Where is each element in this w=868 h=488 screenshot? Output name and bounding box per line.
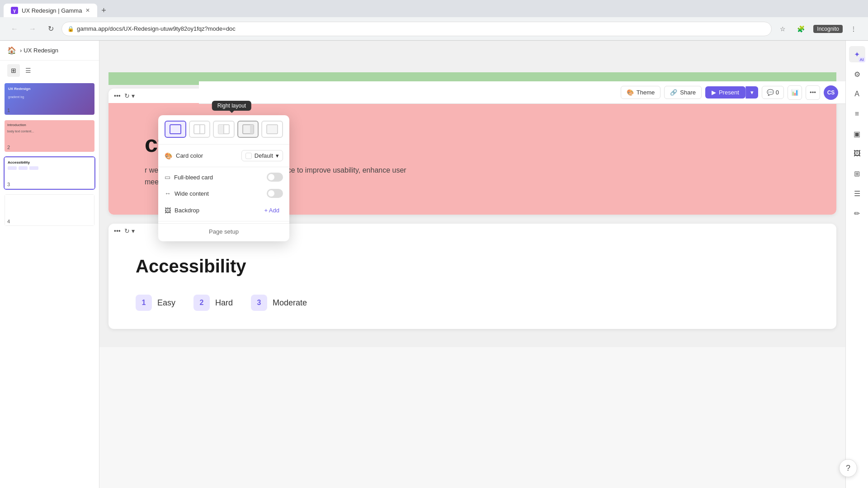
grid-panel-btn[interactable]: ⊞ [849,165,865,182]
popup-tooltip: Right layout [212,101,251,111]
active-tab[interactable]: γ UX Redesign | Gamma ✕ [4,4,97,17]
list-view-btn[interactable]: ☰ [22,64,34,77]
slide-1-thumbnail[interactable]: UX Redesign gradient bg 1 [4,82,95,116]
layout-icon: ▣ [854,130,860,138]
incognito-badge: Incognito [813,25,843,33]
theme-label: Theme [637,89,655,96]
svg-rect-7 [250,125,254,134]
accessibility-title: Accessibility [136,256,809,277]
backdrop-add-button[interactable]: + Add [260,205,283,216]
right-sidebar: ✦ AI ⚙ A ≡ ▣ 🖼 ⊞ ☰ ✏ [845,41,868,488]
slide-3-thumbnail[interactable]: Accessibility 3 [4,156,95,190]
address-bar[interactable]: 🔒 gamma.app/docs/UX-Redesign-utuw9ty82oy… [61,22,772,36]
acc-label-1: Easy [157,298,175,308]
layout-full[interactable] [165,121,186,138]
layout-options [158,115,289,142]
color-swatch [245,153,252,159]
slide-4-num: 4 [7,219,10,224]
card-color-label: Card color [176,152,203,159]
layout-split-right[interactable] [189,121,211,138]
slide-4-thumbnail[interactable]: 4 [4,193,95,227]
play-icon: ▶ [712,89,716,96]
layout-split-left[interactable] [213,121,235,138]
slide-2-menu[interactable]: ••• [114,92,121,99]
wide-content-row: ↔ Wide content [158,185,289,202]
new-tab-button[interactable]: + [97,4,110,17]
present-group: ▶ Present ▾ [705,86,758,99]
browser-tabs: γ UX Redesign | Gamma ✕ + [0,0,868,17]
divider-1 [158,144,289,145]
tab-title: UX Redesign | Gamma [22,7,82,14]
comment-button[interactable]: 💬 0 [762,86,784,99]
list-panel-btn[interactable]: ☰ [849,185,865,202]
layout-panel-btn[interactable]: ▣ [849,126,865,142]
svg-rect-0 [170,125,181,134]
layers-panel-btn[interactable]: ≡ [849,106,865,122]
top-bar: 🎨 Theme 🔗 Share ▶ Present ▾ 💬 0 📊 ••• [199,81,845,104]
slide-3-menu[interactable]: ••• [114,227,121,235]
present-dropdown-button[interactable]: ▾ [745,86,758,99]
acc-item-3: 3 Moderate [251,295,307,311]
reload-button[interactable]: ↻ [43,22,58,36]
help-button[interactable]: ? [839,459,857,477]
full-bleed-row: ▭ Full-bleed card [158,169,289,185]
more-button[interactable]: ••• [806,85,820,100]
edit-panel-btn[interactable]: ✏ [849,205,865,221]
card-color-selector[interactable]: Default ▾ [241,150,283,161]
browser-menu[interactable]: ⋮ [846,22,861,36]
breadcrumb-sep: › [20,47,22,54]
home-icon[interactable]: 🏠 [7,46,16,55]
chart-button[interactable]: 📊 [788,85,802,100]
slide-1-num: 1 [7,108,10,113]
slide-2-thumbnail[interactable]: Introduction body text content... 2 [4,119,95,153]
present-button[interactable]: ▶ Present [705,86,745,99]
svg-rect-8 [267,125,278,134]
bookmark-star[interactable]: ☆ [775,22,790,36]
page-setup-button[interactable]: Page setup [158,223,289,239]
acc-label-2: Hard [215,298,233,308]
color-value: Default [255,152,273,159]
full-bleed-label: Full-bleed card [174,174,213,181]
browser-nav: ← → ↻ 🔒 gamma.app/docs/UX-Redesign-utuw9… [0,17,868,41]
acc-num-2: 2 [193,295,210,311]
theme-button[interactable]: 🎨 Theme [621,86,660,99]
back-button[interactable]: ← [7,22,22,36]
close-tab-button[interactable]: ✕ [85,7,90,14]
layers-icon: ≡ [855,110,859,118]
backdrop-label: Backdrop [175,207,199,214]
left-sidebar: 🏠 › UX Redesign ⊞ ☰ UX Redesign gradient… [0,41,99,488]
svg-rect-1 [194,125,205,134]
layout-right-heavy[interactable] [237,121,259,138]
acc-item-2: 2 Hard [193,295,233,311]
extension-btn[interactable]: 🧩 [793,22,808,36]
full-bleed-label-group: ▭ Full-bleed card [165,174,213,181]
slide-2-rotate[interactable]: ↻ ▾ [124,92,135,99]
ai-btn-wrapper: ✦ AI [849,46,865,62]
full-bleed-toggle[interactable] [267,173,283,182]
browser-chrome: γ UX Redesign | Gamma ✕ + ← → ↻ 🔒 gamma.… [0,0,868,41]
share-button[interactable]: 🔗 Share [664,86,702,99]
chevron-down-icon: ▾ [276,152,279,159]
wide-content-icon: ↔ [165,190,171,197]
ai-button[interactable]: ✦ AI [849,46,865,62]
backdrop-icon: 🖼 [165,207,171,214]
palette-icon: 🎨 [165,152,172,160]
forward-button[interactable]: → [25,22,40,36]
edit-icon: ✏ [854,209,860,218]
layout-text-only[interactable] [261,121,283,138]
wide-content-toggle[interactable] [267,189,283,198]
comment-icon: 💬 [767,89,774,96]
layout-popup: Right layout [158,115,289,241]
grid-view-btn[interactable]: ⊞ [7,64,20,77]
acc-num-3: 3 [251,295,267,311]
help-icon: ? [846,464,850,473]
tab-favicon: γ [11,7,18,14]
user-avatar[interactable]: CS [824,85,838,100]
text-panel-btn[interactable]: A [849,86,865,102]
card-color-row: 🎨 Card color Default ▾ [158,146,289,165]
breadcrumb: › UX Redesign [20,47,58,54]
settings-panel-btn[interactable]: ⚙ [849,66,865,82]
present-label: Present [719,89,739,96]
slide-3-rotate[interactable]: ↻ ▾ [124,227,135,235]
image-panel-btn[interactable]: 🖼 [849,145,865,162]
